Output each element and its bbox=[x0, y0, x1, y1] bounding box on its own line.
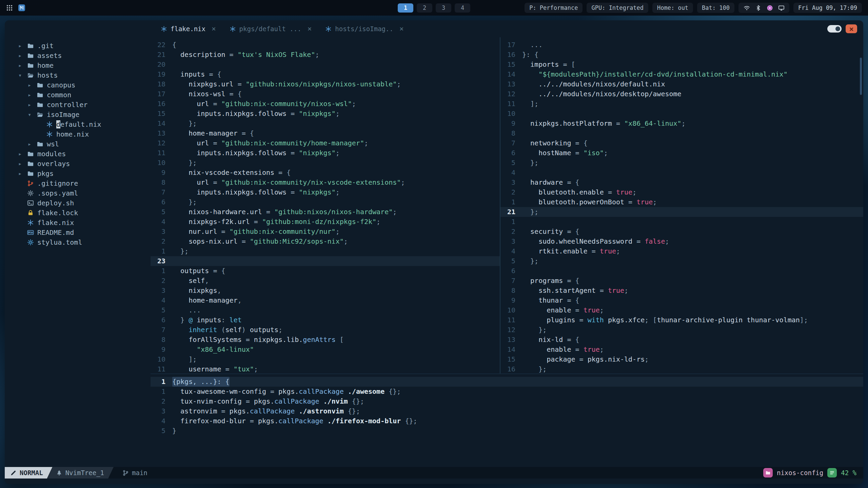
line-text: home-manager = { bbox=[172, 128, 254, 138]
color-picker-icon[interactable] bbox=[766, 4, 773, 11]
workspace-button-2[interactable]: 2 bbox=[417, 3, 432, 13]
tree-item-default.nix[interactable]: default.nix bbox=[5, 119, 151, 129]
tree-item-pkgs[interactable]: ▸pkgs bbox=[5, 168, 151, 178]
line-number: 13 bbox=[500, 335, 515, 345]
tree-item-home[interactable]: ▸home bbox=[5, 60, 151, 70]
code-line: 19 inputs = { bbox=[151, 69, 500, 79]
code-line: 5 nixos-hardware.url = "github:nixos/nix… bbox=[151, 207, 500, 217]
chevron-right-icon: ▸ bbox=[18, 62, 27, 69]
topbar-right: P: PerformanceGPU: IntegratedHome: outBa… bbox=[525, 3, 862, 13]
code-line: 7 networking = { bbox=[500, 138, 863, 148]
line-text: firefox-mod-blur = pkgs.callPackage ./fi… bbox=[172, 416, 417, 426]
tree-item-overlays[interactable]: ▸overlays bbox=[5, 159, 151, 168]
tree-item-stylua.toml[interactable]: stylua.toml bbox=[5, 237, 151, 247]
tree-item-canopus[interactable]: ▸canopus bbox=[5, 80, 151, 90]
line-number: 21 bbox=[500, 207, 515, 217]
line-number: 4 bbox=[151, 416, 165, 426]
tree-item-controller[interactable]: ▸controller bbox=[5, 100, 151, 109]
line-number: 12 bbox=[151, 138, 165, 148]
tree-item-flake.lock[interactable]: flake.lock bbox=[5, 208, 151, 218]
tray-icons bbox=[738, 3, 789, 13]
chevron-right-icon: ▸ bbox=[28, 101, 37, 108]
statusline: NORMAL NvimTree_1 main nixos-config 42 % bbox=[5, 467, 863, 479]
workspace-button-4[interactable]: 4 bbox=[455, 3, 470, 13]
code-line: 15 imports = [ bbox=[500, 60, 863, 69]
line-text: inputs = { bbox=[172, 69, 221, 79]
tree-item-label: home.nix bbox=[56, 130, 89, 138]
tree-item-.git[interactable]: ▸.git bbox=[5, 41, 151, 50]
tree-item-label: .sops.yaml bbox=[37, 189, 78, 197]
line-text: ... bbox=[172, 305, 201, 315]
tree-item-modules[interactable]: ▸modules bbox=[5, 149, 151, 159]
tree-item-home.nix[interactable]: home.nix bbox=[5, 129, 151, 139]
app-logo-icon[interactable] bbox=[18, 4, 25, 11]
apps-grid-icon[interactable] bbox=[6, 4, 13, 11]
tab-close-icon[interactable]: × bbox=[308, 25, 312, 33]
chevron-right-icon: ▸ bbox=[18, 170, 27, 177]
line-number: 8 bbox=[151, 178, 165, 187]
tree-item-README.md[interactable]: README.md bbox=[5, 227, 151, 237]
folder-icon bbox=[27, 150, 37, 157]
code-line: 17 nixos-wsl = { bbox=[151, 89, 500, 99]
line-text: programs = { bbox=[522, 276, 579, 286]
code-line: 1 }; bbox=[151, 246, 500, 256]
code-line: 1{pkgs, ...}: { bbox=[151, 377, 863, 387]
line-text: description = "tux's NixOS Flake"; bbox=[172, 50, 319, 60]
display-icon[interactable] bbox=[778, 4, 785, 11]
tab-close-icon[interactable]: × bbox=[212, 25, 216, 33]
code-line: 3 sudo.wheelNeedsPassword = false; bbox=[500, 237, 863, 246]
line-number: 1 bbox=[151, 377, 165, 387]
code-line: 11 inputs.nixpkgs.follows = "nixpkgs"; bbox=[151, 148, 500, 158]
code-line: 8 ssh.startAgent = true; bbox=[500, 286, 863, 296]
workspace-button-1[interactable]: 1 bbox=[398, 3, 413, 13]
tree-item-wsl[interactable]: ▸wsl bbox=[5, 139, 151, 149]
window-close-button[interactable]: × bbox=[846, 24, 857, 33]
chevron-right-icon: ▸ bbox=[18, 160, 27, 167]
line-number: 1 bbox=[500, 197, 515, 207]
line-number: 22 bbox=[151, 40, 165, 50]
tree-item-flake.nix[interactable]: flake.nix bbox=[5, 218, 151, 227]
code-line: 10 ]; bbox=[151, 354, 500, 364]
code-line: 18 nixpkgs.url = "github:nixos/nixpkgs/n… bbox=[151, 79, 500, 89]
tree-item-label: stylua.toml bbox=[37, 238, 82, 246]
line-text: ]; bbox=[522, 99, 538, 109]
tree-item-isoImage[interactable]: ▾isoImage bbox=[5, 109, 151, 119]
line-number: 7 bbox=[500, 276, 515, 286]
tree-item-common[interactable]: ▸common bbox=[5, 90, 151, 100]
workspace-button-3[interactable]: 3 bbox=[436, 3, 451, 13]
tab-flake.nix[interactable]: flake.nix× bbox=[154, 20, 223, 37]
tab-hosts-isoImag..[interactable]: hosts/isoImag..× bbox=[318, 20, 410, 37]
line-text: url = "github:nix-community/home-manager… bbox=[172, 138, 368, 148]
code-line: 23 bbox=[151, 256, 500, 266]
line-text: ]; bbox=[172, 354, 197, 364]
line-number: 12 bbox=[500, 325, 515, 335]
nix-icon bbox=[27, 219, 37, 226]
tree-item-deploy.sh[interactable]: deploy.sh bbox=[5, 198, 151, 208]
scrollbar[interactable] bbox=[860, 58, 862, 95]
tree-icon bbox=[56, 470, 62, 476]
tree-item-.gitignore[interactable]: .gitignore bbox=[5, 178, 151, 188]
code-line: 12 ../../modules/nixos/desktop/awesome bbox=[500, 89, 863, 99]
code-line: 11 ]; bbox=[500, 99, 863, 109]
tree-item-label: common bbox=[47, 91, 71, 99]
bluetooth-icon[interactable] bbox=[755, 4, 762, 11]
window-pin-toggle[interactable] bbox=[827, 25, 842, 33]
line-text: }; bbox=[522, 256, 538, 266]
nix-icon bbox=[161, 26, 167, 32]
line-text: sudo.wheelNeedsPassword = false; bbox=[522, 237, 669, 246]
tree-item-hosts[interactable]: ▾hosts bbox=[5, 70, 151, 80]
code-line: 9 nixpkgs.hostPlatform = "x86_64-linux"; bbox=[500, 119, 863, 128]
line-number: 11 bbox=[151, 148, 165, 158]
line-text: bluetooth.enable = true; bbox=[522, 187, 636, 197]
branch-label: main bbox=[132, 469, 147, 476]
tree-item-.sops.yaml[interactable]: .sops.yaml bbox=[5, 188, 151, 198]
line-number: 9 bbox=[151, 168, 165, 178]
line-text: nur.url = "github:nix-community/nur"; bbox=[172, 227, 340, 237]
tab-pkgs-default-...[interactable]: pkgs/default ...× bbox=[223, 20, 319, 37]
wifi-icon[interactable] bbox=[743, 4, 750, 11]
line-number: 1 bbox=[500, 217, 515, 227]
tab-close-icon[interactable]: × bbox=[399, 25, 404, 33]
tree-item-assets[interactable]: ▸assets bbox=[5, 50, 151, 60]
code-line: 1 bluetooth.powerOnBoot = true; bbox=[500, 197, 863, 207]
code-line: 10 enable = true; bbox=[500, 305, 863, 315]
